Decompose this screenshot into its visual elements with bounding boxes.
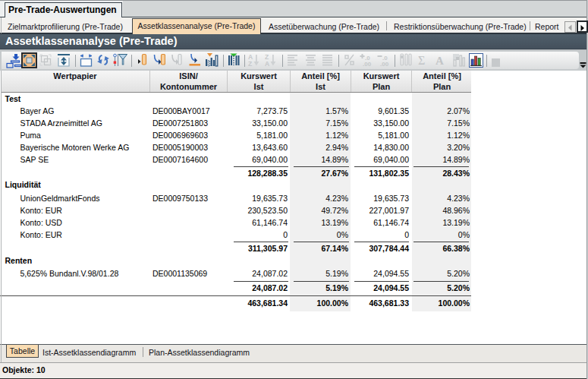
svg-text:.00: .00 (363, 61, 372, 67)
svg-text:Z: Z (248, 60, 252, 67)
svg-text:A: A (265, 60, 269, 67)
svg-text:.00: .00 (380, 61, 389, 67)
svg-text:Σ: Σ (418, 54, 425, 67)
svg-text:A: A (435, 55, 444, 67)
